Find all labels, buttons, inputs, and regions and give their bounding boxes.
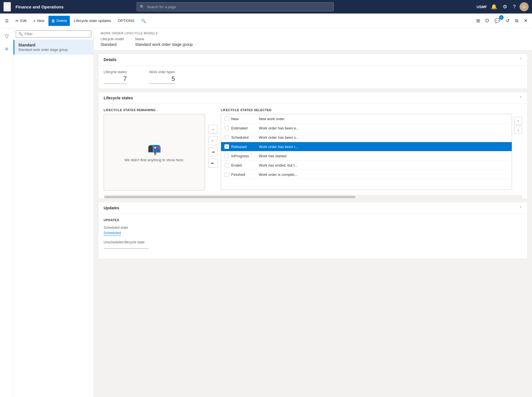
empty-box-icon: 📭 <box>147 142 161 156</box>
filter-search-icon: 🔍 <box>18 32 23 36</box>
move-down-button[interactable]: ↓ <box>514 126 522 134</box>
left-sidebar: ▽ ≡ <box>0 28 14 397</box>
notification-count-badge: 0 <box>499 15 504 20</box>
list-panel: 🔍 Standard Standard work order stage gro… <box>14 28 94 397</box>
power-bi-icon[interactable]: ⊞ <box>474 16 482 25</box>
notification-badge-wrap: 💬 0 <box>492 16 502 25</box>
main-layout: ▽ ≡ 🔍 Standard Standard work order stage… <box>0 28 532 397</box>
delete-label: Delete <box>57 19 67 23</box>
remove-from-selected-button[interactable]: ← <box>208 136 217 145</box>
search-cmd-icon-glyph: 🔍 <box>141 19 146 23</box>
sidebar-filter-icon[interactable]: ▽ <box>2 30 12 42</box>
search-input[interactable] <box>147 5 331 9</box>
lc-check-ended <box>224 163 229 167</box>
refresh-icon[interactable]: ↺ <box>504 16 512 25</box>
filter-input[interactable] <box>25 32 89 36</box>
unscheduled-value[interactable] <box>104 248 149 249</box>
lc-name-released: Released <box>231 145 257 149</box>
updates-section-header[interactable]: Updates ⌃ <box>99 202 527 214</box>
lifecycle-label: Lifecycle state updates <box>74 19 111 23</box>
lc-row-scheduled[interactable]: Scheduled Work order has been s... <box>221 133 512 142</box>
details-section-card: Details ⌃ Lifecycle states 7 Work order … <box>98 54 527 89</box>
app-grid-icon[interactable]: ⊞ <box>3 2 11 12</box>
lifecycle-states-section-card: Lifecycle states ⌃ LIFECYCLE STATES REMA… <box>98 92 527 199</box>
scheduled-state-label: Scheduled state <box>104 226 522 230</box>
sidebar-list-icon[interactable]: ≡ <box>2 43 11 55</box>
lc-check-new <box>224 116 229 121</box>
lifecycle-model-value: Standard <box>101 42 117 47</box>
lc-check-inprogress <box>224 154 229 158</box>
lc-name-finished: Finished <box>231 172 257 177</box>
lifecycle-remaining-panel: LIFECYCLE STATES REMAINING 📭 We didn't f… <box>104 108 205 190</box>
list-item[interactable]: Standard Standard work order stage group <box>14 40 94 55</box>
work-order-types-label: Work order types <box>149 70 175 74</box>
lc-check-scheduled <box>224 135 229 140</box>
unscheduled-label: Unscheduled lifecycle state <box>104 240 522 244</box>
lc-desc-ended: Work has ended, but t... <box>259 163 298 167</box>
lc-row-inprogress[interactable]: InProgress Work has started <box>221 151 512 161</box>
hamburger-icon: ☰ <box>5 19 9 23</box>
filter-input-wrap[interactable]: 🔍 <box>16 30 91 37</box>
settings-gear-icon[interactable]: ⚙ <box>501 3 509 11</box>
edit-button[interactable]: ✏ Edit <box>13 16 29 26</box>
hamburger-menu-button[interactable]: ☰ <box>2 16 12 26</box>
app-title: Finance and Operations <box>15 5 64 9</box>
lc-row-finished[interactable]: Finished Work order is complet... <box>221 170 512 179</box>
add-to-selected-button[interactable]: → <box>208 125 217 134</box>
lc-check-released: ✓ <box>224 144 229 149</box>
expand-right-button[interactable]: ⇥ <box>208 147 217 156</box>
new-button[interactable]: + New <box>30 16 47 26</box>
new-label: New <box>37 19 44 23</box>
search-bar[interactable]: 🔍 <box>137 2 334 11</box>
breadcrumb: WORK ORDER LIFECYCLE MODELS <box>101 32 525 35</box>
selected-panel-label: LIFECYCLE STATES SELECTED <box>221 108 512 112</box>
lifecycle-remaining-box: 📭 We didn't find anything to show here. <box>104 114 205 190</box>
name-field: Name Standard work order stage group <box>135 37 193 47</box>
work-order-types-value: 5 <box>149 75 175 84</box>
details-section-header[interactable]: Details ⌃ <box>99 54 527 66</box>
lc-desc-released: Work order has been r... <box>259 145 298 149</box>
scheduled-state-value[interactable]: Scheduled <box>104 231 121 236</box>
list-item-title: Standard <box>18 43 90 47</box>
name-value: Standard work order stage group <box>135 42 193 47</box>
lc-row-new[interactable]: New New work order <box>221 114 512 124</box>
lifecycle-transfer-controls: → ← ⇥ ⇤ <box>205 108 221 184</box>
content-area: WORK ORDER LIFECYCLE MODELS Lifecycle mo… <box>94 28 532 397</box>
lifecycle-empty-state: 📭 We didn't find anything to show here. <box>104 114 205 190</box>
lc-desc-estimated: Work order has been e... <box>259 126 299 130</box>
lifecycle-states-section-header[interactable]: Lifecycle states ⌃ <box>99 92 527 104</box>
lc-desc-finished: Work order is complet... <box>259 172 297 177</box>
lifecycle-selected-panel: LIFECYCLE STATES SELECTED New New work o… <box>221 108 522 190</box>
lifecycle-columns: LIFECYCLE STATES REMAINING 📭 We didn't f… <box>104 108 522 190</box>
avatar[interactable]: U <box>520 2 529 11</box>
office-icon[interactable]: O <box>483 17 491 25</box>
lc-row-ended[interactable]: Ended Work has ended, but t... <box>221 161 512 170</box>
details-section-title: Details <box>104 57 117 62</box>
lifecycle-state-updates-button[interactable]: Lifecycle state updates <box>71 16 114 26</box>
search-icon: 🔍 <box>140 5 144 9</box>
list-item-subtitle: Standard work order stage group <box>18 48 90 52</box>
updates-section-body: UPDATES Scheduled state Scheduled Unsche… <box>99 214 527 259</box>
edit-pencil-icon: ✏ <box>15 19 19 23</box>
updates-section-card: Updates ⌃ UPDATES Scheduled state Schedu… <box>98 202 527 259</box>
lc-row-estimated[interactable]: Estimated Work order has been e... <box>221 124 512 133</box>
lifecycle-model-field: Lifecycle model Standard <box>101 37 124 47</box>
horizontal-scrollbar[interactable] <box>104 195 522 198</box>
options-label: OPTIONS <box>118 19 134 23</box>
lifecycle-states-section-title: Lifecycle states <box>104 96 133 100</box>
options-button[interactable]: OPTIONS <box>115 16 137 26</box>
new-window-icon[interactable]: ⧉ <box>513 17 520 25</box>
lifecycle-chevron-up-icon: ⌃ <box>519 96 522 100</box>
lc-row-released[interactable]: ✓ Released Work order has been r... <box>221 142 512 151</box>
lifecycle-states-value: 7 <box>104 75 127 84</box>
notification-bell-icon[interactable]: 🔔 <box>489 3 499 11</box>
search-cmd-icon[interactable]: 🔍 <box>138 16 149 26</box>
work-order-types-field: Work order types 5 <box>149 70 175 84</box>
collapse-left-button[interactable]: ⇤ <box>208 159 217 168</box>
unscheduled-field: Unscheduled lifecycle state <box>104 240 522 250</box>
help-question-icon[interactable]: ? <box>511 3 517 11</box>
move-up-button[interactable]: ↑ <box>514 117 522 125</box>
close-icon[interactable]: ✕ <box>522 16 530 25</box>
filter-area: 🔍 <box>14 28 94 40</box>
delete-button[interactable]: 🗑 Delete <box>48 16 70 26</box>
